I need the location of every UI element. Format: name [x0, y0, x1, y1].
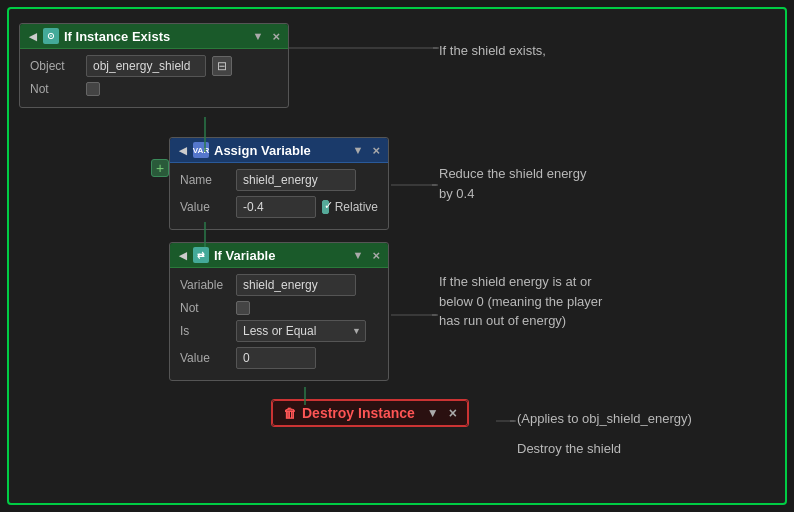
- annotation-assign-var: Reduce the shield energy by 0.4: [439, 164, 586, 203]
- destroy-instance-block: 🗑 Destroy Instance ▼ ×: [271, 399, 469, 427]
- assign-var-close[interactable]: ×: [372, 143, 380, 158]
- svg-marker-7: [510, 420, 516, 422]
- if-var-header: ◀ ⇄ If Variable ▼ ×: [170, 243, 388, 268]
- name-label: Name: [180, 173, 230, 187]
- name-input[interactable]: [236, 169, 356, 191]
- annotation-if-instance-text: If the shield exists,: [439, 43, 546, 58]
- annotation-if-var-line3: has run out of energy): [439, 311, 602, 331]
- annotation-if-instance: If the shield exists,: [439, 41, 546, 61]
- if-var-body: Variable Not Is Less or Equal Equal Grea…: [170, 268, 388, 380]
- if-var-collapse-icon[interactable]: ◀: [178, 250, 188, 260]
- svg-marker-5: [432, 314, 438, 316]
- if-instance-block: ◀ ⊙ If Instance Exists ▼ × Object ⊟ Not: [19, 23, 289, 108]
- object-icon-btn[interactable]: ⊟: [212, 56, 232, 76]
- if-variable-block: ◀ ⇄ If Variable ▼ × Variable Not Is Less…: [169, 242, 389, 381]
- object-label: Object: [30, 59, 80, 73]
- value-label: Value: [180, 200, 230, 214]
- obj-badge-icon: ⊙: [43, 28, 59, 44]
- variable-input[interactable]: [236, 274, 356, 296]
- relative-checkbox[interactable]: [322, 200, 329, 214]
- var-badge-icon: VAR: [193, 142, 209, 158]
- if-var-close[interactable]: ×: [372, 248, 380, 263]
- annotation-destroy: (Applies to obj_shield_energy) Destroy t…: [517, 409, 692, 458]
- destroy-title: Destroy Instance: [302, 405, 415, 421]
- is-label: Is: [180, 324, 230, 338]
- object-input[interactable]: [86, 55, 206, 77]
- main-container: ◀ ⊙ If Instance Exists ▼ × Object ⊟ Not …: [7, 7, 787, 505]
- if-instance-arrow[interactable]: ▼: [253, 30, 264, 42]
- if-var-badge-icon: ⇄: [193, 247, 209, 263]
- assign-collapse-icon[interactable]: ◀: [178, 145, 188, 155]
- add-action-button[interactable]: +: [151, 159, 169, 177]
- annotation-assign-line2: by 0.4: [439, 184, 586, 204]
- destroy-close[interactable]: ×: [449, 405, 457, 421]
- assign-var-body: Name Value Relative: [170, 163, 388, 229]
- value-input[interactable]: [236, 196, 316, 218]
- annotation-destroy-line2: Destroy the shield: [517, 439, 692, 459]
- object-row: Object ⊟: [30, 55, 278, 77]
- annotation-if-var-line2: below 0 (meaning the player: [439, 292, 602, 312]
- if-var-not-checkbox[interactable]: [236, 301, 250, 315]
- if-var-value-label: Value: [180, 351, 230, 365]
- connector-if-var: [391, 314, 443, 316]
- is-select[interactable]: Less or Equal Equal Greater Less: [236, 320, 366, 342]
- trash-icon: 🗑: [283, 406, 296, 421]
- if-var-title: If Variable: [214, 248, 275, 263]
- collapse-icon[interactable]: ◀: [28, 31, 38, 41]
- not-checkbox[interactable]: [86, 82, 100, 96]
- if-var-arrow[interactable]: ▼: [353, 249, 364, 261]
- not-label: Not: [30, 82, 80, 96]
- assign-var-title: Assign Variable: [214, 143, 311, 158]
- annotation-assign-line1: Reduce the shield energy: [439, 164, 586, 184]
- if-instance-close[interactable]: ×: [272, 29, 280, 44]
- if-var-value-input[interactable]: [236, 347, 316, 369]
- value-row: Value Relative: [180, 196, 378, 218]
- variable-row: Variable: [180, 274, 378, 296]
- if-instance-title: If Instance Exists: [64, 29, 170, 44]
- assign-var-header: ◀ VAR Assign Variable ▼ ×: [170, 138, 388, 163]
- svg-marker-3: [432, 184, 438, 186]
- is-row: Is Less or Equal Equal Greater Less: [180, 320, 378, 342]
- not-row: Not: [30, 82, 278, 96]
- annotation-destroy-line1: (Applies to obj_shield_energy): [517, 409, 692, 429]
- if-var-not-row: Not: [180, 301, 378, 315]
- assign-var-arrow[interactable]: ▼: [353, 144, 364, 156]
- destroy-arrow[interactable]: ▼: [427, 406, 439, 420]
- if-var-not-label: Not: [180, 301, 230, 315]
- if-instance-body: Object ⊟ Not: [20, 49, 288, 107]
- connector-assign-var: [391, 184, 443, 186]
- annotation-if-var-line1: If the shield energy is at or: [439, 272, 602, 292]
- annotation-if-var: If the shield energy is at or below 0 (m…: [439, 272, 602, 331]
- is-select-wrapper: Less or Equal Equal Greater Less: [236, 320, 366, 342]
- variable-label: Variable: [180, 278, 230, 292]
- if-instance-header: ◀ ⊙ If Instance Exists ▼ ×: [20, 24, 288, 49]
- if-var-value-row: Value: [180, 347, 378, 369]
- relative-label: Relative: [335, 200, 378, 214]
- name-row: Name: [180, 169, 378, 191]
- destroy-header: 🗑 Destroy Instance ▼ ×: [272, 400, 468, 426]
- assign-variable-block: ◀ VAR Assign Variable ▼ × Name Value Rel…: [169, 137, 389, 230]
- connector-if-instance: [289, 47, 444, 49]
